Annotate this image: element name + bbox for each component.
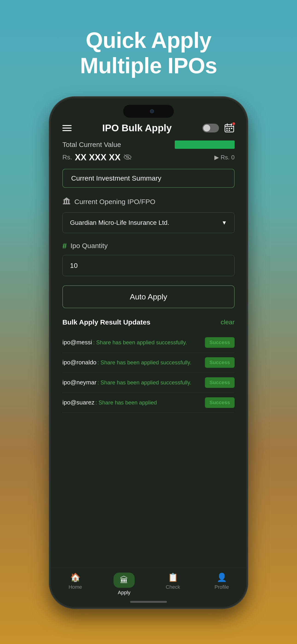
header-controls bbox=[202, 123, 234, 133]
success-badge-0: Success bbox=[205, 337, 234, 348]
result-item-left-1: ipo@ronaldo : Share has been applied suc… bbox=[62, 359, 201, 366]
total-amount: Rs. XX XXX XX bbox=[62, 152, 132, 162]
home-icon: 🏠 bbox=[70, 572, 80, 582]
camera-notch bbox=[123, 105, 174, 118]
svg-rect-12 bbox=[64, 200, 65, 204]
apply-icon: 🏛 bbox=[120, 575, 128, 585]
phone-shell: IPO Bulk Apply bbox=[50, 97, 248, 608]
result-item-0: ipo@messi : Share has been applied succe… bbox=[62, 332, 234, 353]
header-title: IPO Bulk Apply bbox=[102, 122, 172, 134]
svg-rect-8 bbox=[228, 130, 230, 131]
nav-label-check: Check bbox=[166, 584, 180, 590]
dropdown-arrow-icon: ▼ bbox=[222, 220, 227, 226]
notification-dot bbox=[232, 122, 236, 126]
svg-rect-15 bbox=[63, 204, 70, 204]
nav-item-apply[interactable]: 🏛 Apply bbox=[110, 572, 138, 596]
result-item-left-0: ipo@messi : Share has been applied succe… bbox=[62, 339, 201, 346]
result-item-2: ipo@neymar : Share has been applied succ… bbox=[62, 373, 234, 393]
summary-button[interactable]: Current Investment Summary bbox=[62, 169, 234, 188]
svg-rect-4 bbox=[226, 128, 228, 129]
main-content: Total Current Value Rs. XX XXX XX bbox=[51, 140, 246, 603]
svg-rect-5 bbox=[228, 128, 230, 129]
svg-rect-13 bbox=[66, 200, 67, 204]
camera-dot bbox=[150, 109, 154, 113]
success-badge-1: Success bbox=[205, 357, 234, 368]
success-badge-2: Success bbox=[205, 377, 234, 388]
hero-line1: Quick Apply bbox=[86, 28, 211, 52]
total-value-section: Total Current Value Rs. XX XXX XX bbox=[62, 140, 234, 162]
result-list: ipo@messi : Share has been applied succe… bbox=[62, 332, 234, 413]
svg-marker-11 bbox=[63, 198, 70, 200]
nav-label-home: Home bbox=[68, 584, 82, 590]
masked-amount: XX XXX XX bbox=[75, 152, 121, 162]
nav-icon-wrap-apply: 🏛 bbox=[114, 572, 135, 588]
nav-item-check[interactable]: 📋 Check bbox=[159, 572, 187, 590]
screen: IPO Bulk Apply bbox=[51, 98, 246, 607]
total-label: Total Current Value bbox=[62, 140, 234, 149]
quantity-input[interactable] bbox=[62, 255, 234, 276]
ipo-section-label: Current Opening IPO/FPO bbox=[62, 197, 234, 207]
hero-title: Quick Apply Multiple IPOs bbox=[80, 28, 217, 78]
nav-label-profile: Profile bbox=[214, 584, 229, 590]
clear-button[interactable]: clear bbox=[220, 318, 234, 326]
hero-line2: Multiple IPOs bbox=[80, 53, 217, 78]
svg-rect-14 bbox=[68, 200, 69, 204]
nav-item-profile[interactable]: 👤 Profile bbox=[208, 572, 236, 590]
result-item-left-2: ipo@neymar : Share has been applied succ… bbox=[62, 379, 201, 386]
hash-icon: # bbox=[62, 242, 67, 250]
success-badge-3: Success bbox=[205, 397, 234, 408]
bank-icon bbox=[62, 197, 71, 207]
profile-icon: 👤 bbox=[217, 572, 227, 582]
nav-label-apply: Apply bbox=[118, 590, 130, 596]
gains-row: ▶ Rs. 0 bbox=[214, 154, 234, 161]
green-highlight bbox=[175, 140, 234, 149]
rs-prefix: Rs. bbox=[62, 154, 72, 161]
result-item-1: ipo@ronaldo : Share has been applied suc… bbox=[62, 353, 234, 373]
home-indicator bbox=[130, 601, 167, 603]
bulk-title: Bulk Apply Result Updates bbox=[62, 318, 150, 326]
hamburger-menu[interactable] bbox=[62, 125, 72, 131]
calendar-icon[interactable] bbox=[224, 123, 234, 133]
phone-wrapper: IPO Bulk Apply bbox=[50, 97, 248, 608]
nav-item-home[interactable]: 🏠 Home bbox=[62, 572, 89, 590]
total-amount-row: Rs. XX XXX XX ▶ Rs. 0 bbox=[62, 152, 234, 162]
ipo-dropdown-text: Guardian Micro-Life Insurance Ltd. bbox=[70, 219, 169, 226]
ipo-dropdown[interactable]: Guardian Micro-Life Insurance Ltd. ▼ bbox=[62, 212, 234, 233]
toggle-switch[interactable] bbox=[202, 124, 219, 132]
result-item-left-3: ipo@suarez : Share has been applied bbox=[62, 399, 201, 406]
result-item-3: ipo@suarez : Share has been applied Succ… bbox=[62, 393, 234, 413]
check-icon: 📋 bbox=[168, 572, 178, 582]
svg-rect-7 bbox=[226, 130, 228, 131]
bulk-header: Bulk Apply Result Updates clear bbox=[62, 318, 234, 326]
quantity-label: # Ipo Quantity bbox=[62, 242, 234, 250]
auto-apply-button[interactable]: Auto Apply bbox=[62, 286, 234, 308]
svg-rect-6 bbox=[231, 128, 232, 129]
eye-icon-button[interactable] bbox=[124, 154, 132, 161]
